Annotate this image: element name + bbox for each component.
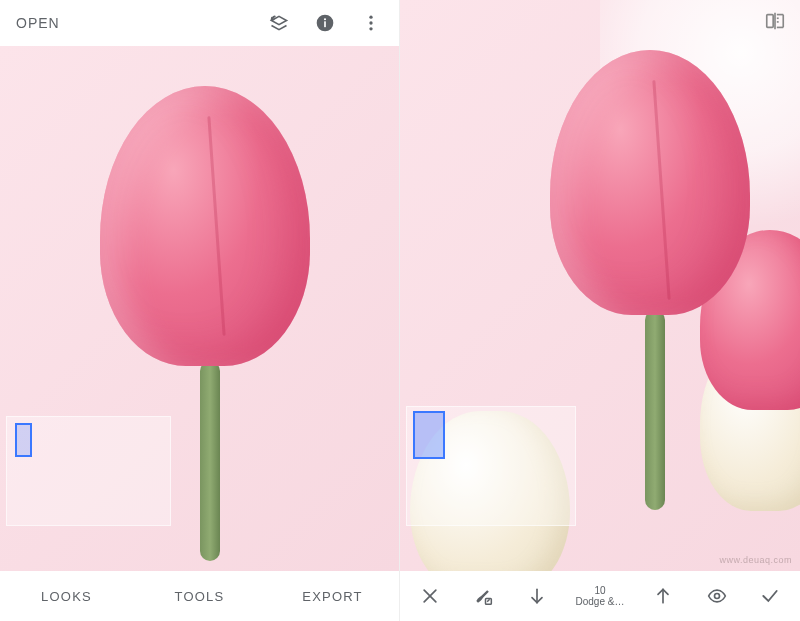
info-icon[interactable]: [313, 11, 337, 35]
svg-line-16: [487, 599, 490, 602]
increase-arrow-icon[interactable]: [645, 586, 681, 606]
more-vert-icon[interactable]: [359, 11, 383, 35]
decrease-arrow-icon[interactable]: [519, 586, 555, 606]
left-image-canvas[interactable]: [0, 46, 399, 571]
cancel-button[interactable]: [412, 586, 448, 606]
navigator-overlay[interactable]: [6, 416, 171, 526]
open-button[interactable]: OPEN: [16, 15, 60, 31]
effect-name: Dodge &…: [576, 596, 625, 607]
top-bar: OPEN: [0, 0, 399, 46]
tab-export[interactable]: EXPORT: [266, 589, 399, 604]
svg-point-3: [369, 16, 372, 19]
svg-point-5: [369, 27, 372, 30]
svg-point-2: [324, 18, 326, 20]
left-panel: OPEN: [0, 0, 400, 621]
eye-preview-icon[interactable]: [699, 586, 735, 606]
right-image-canvas[interactable]: [400, 0, 800, 571]
svg-point-4: [369, 21, 372, 24]
layers-undo-icon[interactable]: [267, 11, 291, 35]
svg-rect-6: [767, 15, 773, 28]
watermark: www.deuaq.com: [719, 555, 792, 565]
svg-rect-1: [324, 21, 326, 27]
tab-looks[interactable]: LOOKS: [0, 589, 133, 604]
tab-tools[interactable]: TOOLS: [133, 589, 266, 604]
effect-value: 10: [594, 585, 605, 596]
brush-edit-icon[interactable]: [465, 586, 501, 606]
navigator-overlay[interactable]: [406, 406, 576, 526]
apply-check-icon[interactable]: [752, 586, 788, 606]
top-bar-actions: [267, 11, 383, 35]
navigator-viewport[interactable]: [15, 423, 32, 457]
bottom-nav: LOOKS TOOLS EXPORT: [0, 571, 399, 621]
navigator-viewport[interactable]: [413, 411, 445, 459]
edit-toolbar: 10 Dodge &…: [400, 571, 800, 621]
effect-label[interactable]: 10 Dodge &…: [572, 585, 628, 607]
svg-point-19: [714, 594, 719, 599]
compare-split-icon[interactable]: [764, 10, 786, 36]
right-panel: www.deuaq.com: [400, 0, 800, 621]
